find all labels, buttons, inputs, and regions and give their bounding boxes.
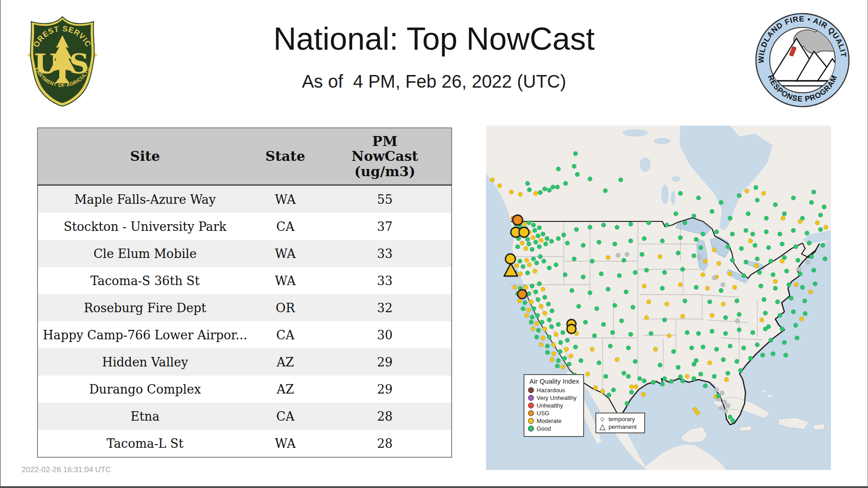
monitor-dot[interactable] <box>527 242 531 246</box>
monitor-dot[interactable] <box>603 188 608 193</box>
monitor-dot[interactable] <box>723 409 728 413</box>
monitor-dot[interactable] <box>764 216 769 221</box>
monitor-dot[interactable] <box>780 259 784 263</box>
monitor-dot[interactable] <box>628 239 633 243</box>
monitor-dot[interactable] <box>710 329 714 333</box>
monitor-dot[interactable] <box>521 264 525 269</box>
monitor-dot[interactable] <box>721 302 726 306</box>
monitor-dot[interactable] <box>554 263 558 267</box>
monitor-dot[interactable] <box>731 418 735 423</box>
monitor-dot[interactable] <box>728 344 732 348</box>
monitor-dot[interactable] <box>573 345 578 349</box>
monitor-dot[interactable] <box>615 225 619 230</box>
monitor-dot[interactable] <box>769 338 773 343</box>
monitor-dot[interactable] <box>573 151 578 156</box>
monitor-dot[interactable] <box>771 352 775 356</box>
monitor-dot[interactable] <box>536 328 541 333</box>
monitor-dot[interactable] <box>680 314 685 319</box>
monitor-dot[interactable] <box>708 300 712 304</box>
monitor-dot[interactable] <box>744 260 748 264</box>
monitor-dot[interactable] <box>540 320 544 324</box>
monitor-dot[interactable] <box>678 235 683 240</box>
monitor-dot[interactable] <box>789 296 793 300</box>
monitor-dot[interactable] <box>696 331 701 336</box>
monitor-dot[interactable] <box>592 333 597 338</box>
monitor-dot[interactable] <box>782 340 787 345</box>
monitor-dot[interactable] <box>555 364 560 368</box>
monitor-dot[interactable] <box>642 379 646 383</box>
monitor-dot[interactable] <box>545 350 550 355</box>
monitor-dot[interactable] <box>755 257 760 261</box>
monitor-dot[interactable] <box>798 272 802 276</box>
monitor-dot[interactable] <box>642 284 646 288</box>
monitor-dot[interactable] <box>705 286 710 291</box>
monitor-dot[interactable] <box>667 333 671 338</box>
monitor-dot[interactable] <box>514 263 519 268</box>
monitor-dot[interactable] <box>662 376 667 381</box>
monitor-dot[interactable] <box>561 365 565 369</box>
monitor-dot[interactable] <box>606 287 610 291</box>
monitor-dot[interactable] <box>521 306 525 311</box>
monitor-dot[interactable] <box>803 311 807 316</box>
monitor-dot[interactable] <box>676 365 680 370</box>
monitor-dot[interactable] <box>771 272 775 277</box>
monitor-dot[interactable] <box>619 319 624 323</box>
monitor-dot[interactable] <box>625 252 629 257</box>
monitor-dot[interactable] <box>818 213 823 217</box>
monitor-dot[interactable] <box>590 259 594 263</box>
monitor-dot[interactable] <box>754 185 758 190</box>
monitor-dot[interactable] <box>766 245 771 250</box>
monitor-dot[interactable] <box>497 183 502 188</box>
monitor-dot[interactable] <box>678 375 683 379</box>
monitor-dot[interactable] <box>524 313 529 318</box>
monitor-dot[interactable] <box>530 284 534 288</box>
monitor-dot[interactable] <box>644 315 649 320</box>
monitor-dot[interactable] <box>737 328 741 332</box>
monitor-dot[interactable] <box>490 178 495 182</box>
highlight-marker-circle[interactable] <box>519 227 529 237</box>
monitor-dot[interactable] <box>561 233 566 237</box>
monitor-dot[interactable] <box>755 343 760 347</box>
monitor-dot[interactable] <box>524 285 528 290</box>
monitor-dot[interactable] <box>539 343 543 347</box>
monitor-dot[interactable] <box>572 257 576 261</box>
monitor-dot[interactable] <box>640 252 644 257</box>
monitor-dot[interactable] <box>611 388 616 392</box>
monitor-dot[interactable] <box>537 282 542 286</box>
monitor-dot[interactable] <box>678 282 683 287</box>
monitor-dot[interactable] <box>607 393 611 397</box>
monitor-dot[interactable] <box>525 237 530 242</box>
monitor-dot[interactable] <box>784 269 789 273</box>
monitor-dot[interactable] <box>533 228 537 233</box>
monitor-dot[interactable] <box>556 236 561 241</box>
monitor-dot[interactable] <box>694 237 698 242</box>
monitor-dot[interactable] <box>721 282 725 287</box>
monitor-dot[interactable] <box>813 282 817 286</box>
monitor-dot[interactable] <box>524 246 528 251</box>
monitor-dot[interactable] <box>549 239 554 244</box>
monitor-dot[interactable] <box>783 353 788 357</box>
monitor-dot[interactable] <box>527 263 532 267</box>
monitor-dot[interactable] <box>585 372 590 376</box>
monitor-dot[interactable] <box>626 374 631 379</box>
monitor-dot[interactable] <box>660 382 665 386</box>
monitor-dot[interactable] <box>822 205 826 209</box>
monitor-dot[interactable] <box>531 327 535 331</box>
monitor-dot[interactable] <box>692 214 696 218</box>
monitor-dot[interactable] <box>800 285 805 290</box>
monitor-dot[interactable] <box>583 320 588 324</box>
monitor-dot[interactable] <box>701 272 705 277</box>
monitor-dot[interactable] <box>525 271 530 275</box>
monitor-dot[interactable] <box>624 290 628 294</box>
monitor-dot[interactable] <box>778 313 782 318</box>
monitor-dot[interactable] <box>685 374 689 379</box>
monitor-dot[interactable] <box>763 327 768 331</box>
monitor-dot[interactable] <box>574 227 579 232</box>
monitor-dot[interactable] <box>735 319 740 323</box>
monitor-dot[interactable] <box>759 284 763 288</box>
monitor-dot[interactable] <box>618 178 623 182</box>
monitor-dot[interactable] <box>529 300 533 304</box>
monitor-dot[interactable] <box>735 299 739 303</box>
monitor-dot[interactable] <box>773 286 778 291</box>
monitor-dot[interactable] <box>646 221 651 225</box>
